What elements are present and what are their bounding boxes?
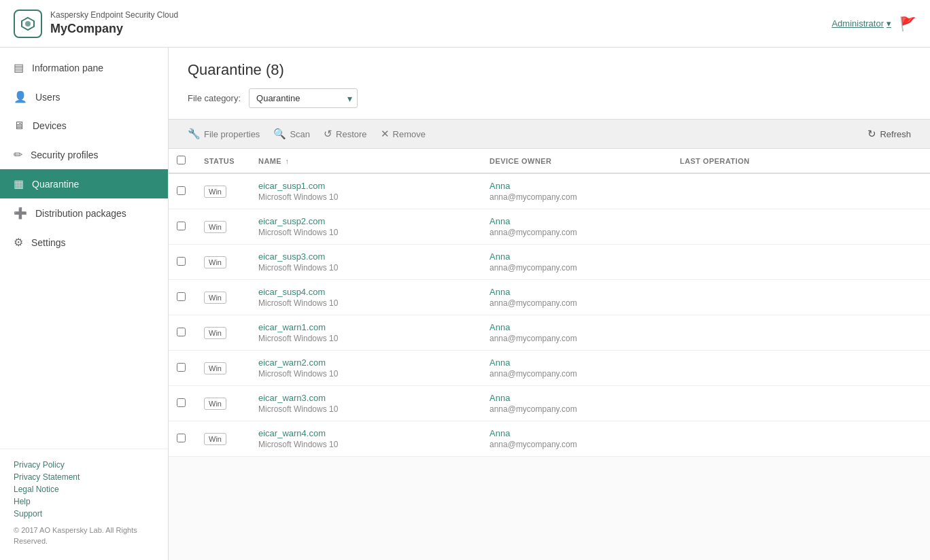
row-checkbox-8[interactable] <box>177 434 186 442</box>
row-check-7 <box>169 386 196 421</box>
header-title: Kaspersky Endpoint Security Cloud MyComp… <box>50 10 178 37</box>
owner-link-6[interactable]: Anna <box>489 357 664 368</box>
settings-icon: ⚙ <box>14 236 23 249</box>
row-name-1: eicar_susp1.com Microsoft Windows 10 <box>250 173 481 209</box>
file-link-1[interactable]: eicar_susp1.com <box>258 181 325 191</box>
col-header-check <box>169 149 196 173</box>
owner-link-3[interactable]: Anna <box>489 251 664 262</box>
company-name: MyCompany <box>50 21 178 37</box>
sidebar-link-legal-notice[interactable]: Legal Notice <box>14 485 154 494</box>
quarantine-table-wrapper: Status NAME ↑ Device owner Last operatio… <box>169 149 930 560</box>
file-link-7[interactable]: eicar_warn3.com <box>258 393 326 403</box>
row-checkbox-4[interactable] <box>177 292 186 301</box>
sidebar-item-label-information-pane: Information pane <box>32 63 103 73</box>
row-checkbox-7[interactable] <box>177 398 186 407</box>
sidebar-link-help[interactable]: Help <box>14 497 154 506</box>
col-header-name[interactable]: NAME ↑ <box>250 149 481 173</box>
devices-icon: 🖥 <box>14 120 24 132</box>
file-link-4[interactable]: eicar_susp4.com <box>258 287 325 297</box>
row-checkbox-2[interactable] <box>177 222 186 230</box>
row-checkbox-3[interactable] <box>177 257 186 266</box>
sidebar-item-distribution-packages[interactable]: ➕ Distribution packages <box>0 198 168 228</box>
file-os-5: Microsoft Windows 10 <box>258 334 473 343</box>
file-link-3[interactable]: eicar_susp3.com <box>258 251 325 262</box>
row-check-2 <box>169 209 196 245</box>
file-category-select[interactable]: QuarantineBackupAll <box>249 88 358 108</box>
row-check-3 <box>169 245 196 280</box>
platform-badge-6: Win <box>204 362 226 374</box>
search-icon: 🔍 <box>273 128 286 140</box>
row-check-4 <box>169 280 196 315</box>
row-status-1: Win <box>196 173 250 209</box>
select-all-checkbox[interactable] <box>177 156 186 164</box>
sidebar-item-security-profiles[interactable]: ✏ Security profiles <box>0 140 168 169</box>
refresh-icon: ↻ <box>867 128 876 140</box>
restore-button[interactable]: ↺ Restore <box>318 125 373 143</box>
owner-email-5: anna@mycompany.com <box>489 334 664 343</box>
content-header: Quarantine (8) File category: Quarantine… <box>169 48 930 120</box>
owner-link-4[interactable]: Anna <box>489 287 664 297</box>
row-owner-7: Anna anna@mycompany.com <box>481 386 672 421</box>
row-checkbox-5[interactable] <box>177 328 186 336</box>
file-category-select-wrapper: QuarantineBackupAll <box>249 88 358 108</box>
row-name-4: eicar_susp4.com Microsoft Windows 10 <box>250 280 481 315</box>
scan-button[interactable]: 🔍 Scan <box>268 125 315 143</box>
file-link-2[interactable]: eicar_susp2.com <box>258 216 325 226</box>
row-check-6 <box>169 351 196 386</box>
sort-icon: ↑ <box>286 158 289 165</box>
owner-link-5[interactable]: Anna <box>489 322 664 332</box>
sidebar-item-settings[interactable]: ⚙ Settings <box>0 228 168 257</box>
row-status-6: Win <box>196 351 250 386</box>
remove-button[interactable]: ✕ Remove <box>375 125 431 143</box>
row-status-2: Win <box>196 209 250 245</box>
admin-button[interactable]: Administrator ▾ <box>831 18 891 29</box>
row-owner-1: Anna anna@mycompany.com <box>481 173 672 209</box>
sidebar-link-privacy-statement[interactable]: Privacy Statement <box>14 472 154 482</box>
file-os-3: Microsoft Windows 10 <box>258 263 473 273</box>
owner-link-8[interactable]: Anna <box>489 428 664 438</box>
app-logo <box>14 10 42 38</box>
sidebar-item-devices[interactable]: 🖥 Devices <box>0 111 168 140</box>
row-name-5: eicar_warn1.com Microsoft Windows 10 <box>250 315 481 351</box>
table-row: Win eicar_warn2.com Microsoft Windows 10… <box>169 351 930 386</box>
file-properties-button[interactable]: 🔧 File properties <box>182 125 265 143</box>
row-owner-2: Anna anna@mycompany.com <box>481 209 672 245</box>
table-row: Win eicar_warn4.com Microsoft Windows 10… <box>169 421 930 457</box>
file-link-6[interactable]: eicar_warn2.com <box>258 357 326 368</box>
sidebar-link-support[interactable]: Support <box>14 509 154 519</box>
file-os-2: Microsoft Windows 10 <box>258 228 473 237</box>
refresh-button[interactable]: ↻ Refresh <box>862 125 916 143</box>
row-owner-6: Anna anna@mycompany.com <box>481 351 672 386</box>
quarantine-icon: ▦ <box>14 177 24 190</box>
row-checkbox-6[interactable] <box>177 363 186 372</box>
platform-badge-5: Win <box>204 327 226 339</box>
owner-email-1: anna@mycompany.com <box>489 192 664 202</box>
flag-icon[interactable]: 🚩 <box>899 16 916 32</box>
main-content: Quarantine (8) File category: Quarantine… <box>169 48 930 560</box>
owner-link-7[interactable]: Anna <box>489 393 664 403</box>
row-owner-3: Anna anna@mycompany.com <box>481 245 672 280</box>
owner-link-1[interactable]: Anna <box>489 181 664 191</box>
table-row: Win eicar_susp1.com Microsoft Windows 10… <box>169 173 930 209</box>
filter-label: File category: <box>188 93 241 103</box>
row-checkbox-1[interactable] <box>177 186 186 195</box>
row-lastop-2 <box>672 209 930 245</box>
table-row: Win eicar_warn1.com Microsoft Windows 10… <box>169 315 930 351</box>
restore-label: Restore <box>336 129 367 139</box>
owner-email-2: anna@mycompany.com <box>489 228 664 237</box>
sidebar-item-quarantine[interactable]: ▦ Quarantine <box>0 169 168 198</box>
svg-point-1 <box>25 21 31 27</box>
sidebar-item-information-pane[interactable]: ▤ Information pane <box>0 53 168 82</box>
table-header-row: Status NAME ↑ Device owner Last operatio… <box>169 149 930 173</box>
security-profiles-icon: ✏ <box>14 148 22 161</box>
main-layout: ▤ Information pane 👤 Users 🖥 Devices ✏ S… <box>0 48 930 560</box>
file-link-5[interactable]: eicar_warn1.com <box>258 322 326 332</box>
owner-link-2[interactable]: Anna <box>489 216 664 226</box>
sidebar-item-users[interactable]: 👤 Users <box>0 82 168 111</box>
file-link-8[interactable]: eicar_warn4.com <box>258 428 326 438</box>
col-header-status: Status <box>196 149 250 173</box>
users-icon: 👤 <box>14 90 27 103</box>
row-lastop-7 <box>672 386 930 421</box>
sidebar-link-privacy-policy[interactable]: Privacy Policy <box>14 460 154 470</box>
distribution-packages-icon: ➕ <box>14 207 27 220</box>
